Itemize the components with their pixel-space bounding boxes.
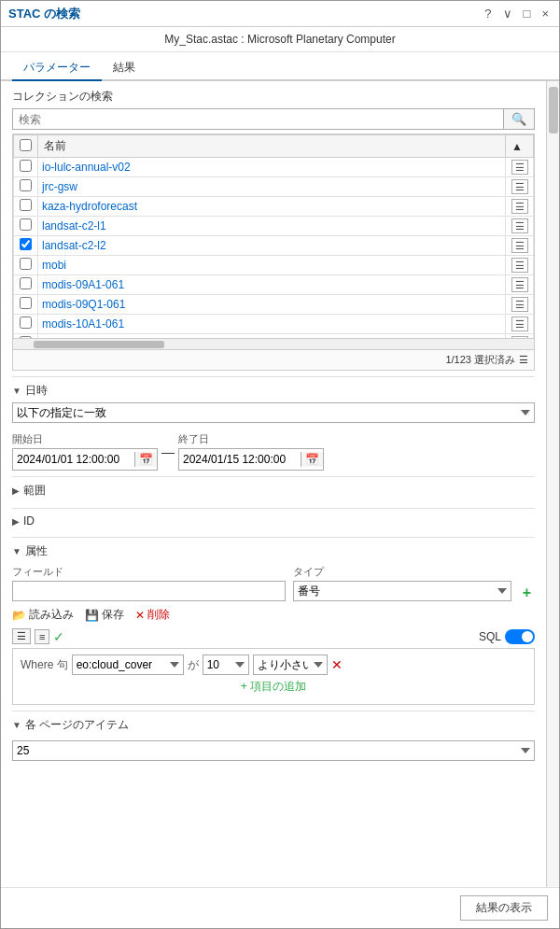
tab-results[interactable]: 結果: [102, 56, 147, 81]
collection-table-footer: 1/123 選択済み ☰: [12, 350, 535, 371]
attr-field-group: フィールド: [12, 565, 286, 601]
attr-field-row: フィールド タイプ 番号文字列ブール +: [12, 565, 535, 601]
date-match-select[interactable]: 以下の指定に一致: [12, 402, 535, 423]
date-section-label: 日時: [25, 383, 48, 399]
row-checkbox[interactable]: [20, 277, 32, 289]
items-per-page-select[interactable]: 102550100: [12, 740, 535, 761]
where-field-select[interactable]: eo:cloud_cover: [72, 655, 184, 675]
window-subtitle: My_Stac.astac : Microsoft Planetary Comp…: [1, 27, 559, 52]
collection-search-button[interactable]: 🔍: [503, 109, 534, 129]
main-window: STAC の検索 ? ∨ □ × My_Stac.astac : Microso…: [0, 0, 560, 929]
items-per-page-arrow: ▼: [12, 720, 21, 730]
minimize-button[interactable]: □: [521, 7, 534, 21]
validate-button[interactable]: ✓: [53, 629, 64, 644]
load-button[interactable]: 📂 読み込み: [12, 607, 74, 623]
save-icon: 💾: [85, 609, 99, 622]
row-icon: ☰: [506, 236, 534, 256]
add-item-row[interactable]: + 項目の追加: [21, 675, 526, 698]
selection-count: 1/123 選択済み: [445, 353, 515, 367]
collection-table: 名前 ▲ io-lulc-annual-v02 ☰ jrc-gsw ☰: [13, 134, 534, 339]
id-section-header[interactable]: ▶ ID: [12, 508, 535, 531]
tab-params[interactable]: パラメーター: [12, 56, 102, 81]
end-date-calendar-button[interactable]: 📅: [301, 452, 323, 467]
row-checkbox[interactable]: [20, 179, 32, 191]
spacer: [12, 761, 535, 780]
row-checkbox[interactable]: [20, 336, 32, 339]
collection-search-input[interactable]: [13, 110, 503, 129]
items-per-page-header[interactable]: ▼ 各 ページのアイテム: [12, 711, 535, 737]
attr-type-group: タイプ 番号文字列ブール: [293, 565, 511, 601]
attr-type-label: タイプ: [293, 565, 511, 579]
delete-icon: ✕: [135, 609, 145, 622]
col-header-checkbox: [14, 135, 38, 158]
row-name: jrc-gsw: [38, 177, 506, 197]
row-checkbox[interactable]: [20, 297, 32, 309]
collection-search-box: 🔍: [12, 108, 535, 130]
end-date-label: 終了日: [178, 432, 324, 446]
where-label: Where 句: [21, 657, 68, 673]
range-section-header[interactable]: ▶ 範囲: [12, 476, 535, 502]
list-view-button[interactable]: ≡: [35, 629, 49, 644]
range-section-label: 範囲: [23, 483, 46, 499]
right-scrollbar[interactable]: [546, 81, 559, 887]
date-row: 開始日 📅 — 終了日 📅: [12, 432, 535, 471]
where-ga-label: が: [188, 657, 199, 673]
title-bar: STAC の検索 ? ∨ □ ×: [1, 1, 559, 27]
main-layout: コレクションの検索 🔍 名前 ▲: [1, 81, 559, 887]
where-row: Where 句 eo:cloud_cover が 10 より小さい以下等しい以上…: [21, 655, 526, 675]
row-icon: ☰: [506, 315, 534, 334]
row-checkbox[interactable]: [20, 218, 32, 231]
collection-hscroll[interactable]: [12, 339, 535, 350]
row-checkbox[interactable]: [20, 258, 32, 270]
items-per-page-label: 各 ページのアイテム: [25, 717, 129, 733]
delete-button[interactable]: ✕ 削除: [135, 607, 170, 623]
show-results-button[interactable]: 結果の表示: [460, 895, 548, 921]
id-section-label: ID: [23, 514, 35, 528]
attr-field-input[interactable]: [12, 581, 286, 601]
where-op-select[interactable]: より小さい以下等しい以上より大きい: [253, 655, 328, 675]
where-value-select[interactable]: 10: [203, 655, 249, 675]
select-all-checkbox[interactable]: [20, 139, 32, 151]
start-date-label: 開始日: [12, 432, 158, 446]
end-date-input[interactable]: [179, 449, 301, 470]
main-content: コレクションの検索 🔍 名前 ▲: [1, 81, 546, 887]
sql-left-controls: ☰ ≡ ✓: [12, 628, 64, 644]
collection-table-scroll[interactable]: 名前 ▲ io-lulc-annual-v02 ☰ jrc-gsw ☰: [12, 134, 535, 339]
table-row: modis-10A1-061 ☰: [14, 315, 534, 334]
collapse-button[interactable]: ∨: [500, 7, 515, 21]
close-button[interactable]: ×: [539, 7, 552, 21]
sql-toggle-switch[interactable]: [505, 629, 535, 644]
date-collapse-arrow: ▼: [12, 386, 21, 396]
row-checkbox[interactable]: [20, 317, 32, 329]
row-checkbox[interactable]: [20, 160, 32, 172]
row-name: modis-10A1-061: [38, 315, 506, 334]
add-item-label: + 項目の追加: [241, 680, 306, 693]
date-section-header[interactable]: ▼ 日時: [12, 376, 535, 402]
table-row: kaza-hydroforecast ☰: [14, 197, 534, 217]
tab-bar: パラメーター 結果: [1, 52, 559, 81]
row-checkbox[interactable]: [20, 199, 32, 211]
load-icon: 📂: [12, 609, 26, 622]
items-per-page-content: 102550100: [12, 740, 535, 761]
row-name: mobi: [38, 256, 506, 275]
row-name: modis-10A2-061: [38, 334, 506, 340]
help-button[interactable]: ?: [482, 7, 494, 21]
row-icon: ☰: [506, 295, 534, 315]
attr-add-button[interactable]: +: [519, 584, 535, 601]
save-button[interactable]: 💾 保存: [85, 607, 124, 623]
start-date-input[interactable]: [13, 449, 134, 470]
row-icon: ☰: [506, 197, 534, 217]
id-collapse-arrow: ▶: [12, 516, 20, 527]
end-date-input-wrap: 📅: [178, 448, 324, 471]
table-row: io-lulc-annual-v02 ☰: [14, 158, 534, 177]
start-date-calendar-button[interactable]: 📅: [134, 452, 157, 467]
row-checkbox[interactable]: [20, 238, 32, 250]
where-delete-button[interactable]: ✕: [331, 657, 343, 672]
grid-view-button[interactable]: ☰: [12, 628, 31, 644]
attr-section-header[interactable]: ▼ 属性: [12, 537, 535, 563]
attr-section-content: フィールド タイプ 番号文字列ブール + 📂 読み込み: [12, 565, 535, 705]
table-row: modis-09Q1-061 ☰: [14, 295, 534, 315]
attr-type-select[interactable]: 番号文字列ブール: [293, 581, 511, 601]
row-name: landsat-c2-l1: [38, 217, 506, 236]
row-name: io-lulc-annual-v02: [38, 158, 506, 177]
